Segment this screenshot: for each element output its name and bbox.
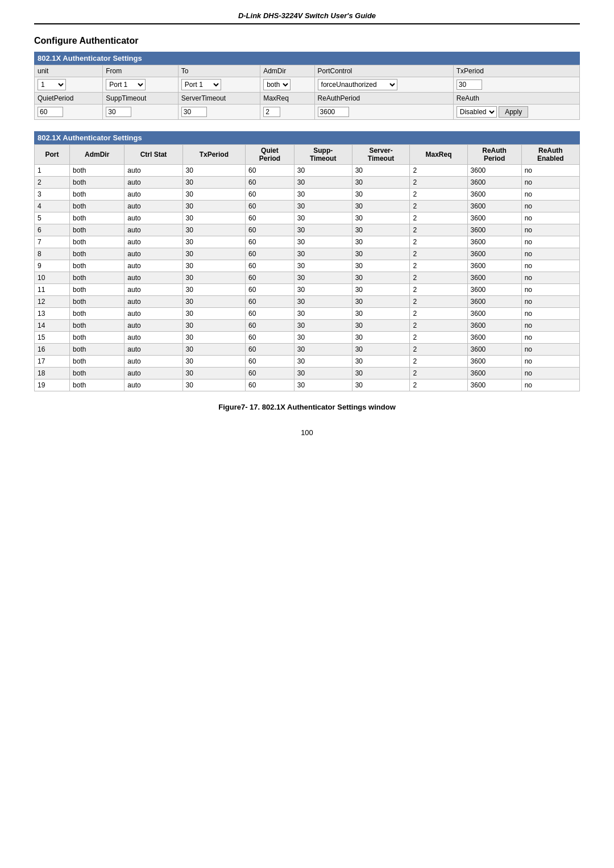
- table-cell: no: [521, 356, 579, 368]
- table-cell: 2: [410, 248, 467, 260]
- unit-select[interactable]: 1: [38, 79, 66, 90]
- servertimeout-cell[interactable]: [178, 105, 260, 120]
- to-cell[interactable]: Port 1: [178, 77, 260, 93]
- table-row: 12bothauto3060303023600no: [35, 296, 580, 308]
- table-row: 17bothauto3060303023600no: [35, 356, 580, 368]
- apply-button[interactable]: Apply: [499, 106, 528, 118]
- table-cell: 3600: [467, 177, 521, 189]
- table-cell: no: [521, 260, 579, 272]
- table-cell: no: [521, 236, 579, 248]
- label-supptimeout: SuppTimeout: [103, 93, 179, 105]
- table-cell: 30: [294, 248, 352, 260]
- table-cell: 60: [246, 368, 294, 379]
- table-cell: both: [70, 189, 125, 201]
- table-row: 6bothauto3060303023600no: [35, 224, 580, 236]
- table-cell: both: [70, 344, 125, 356]
- status-table: Port AdmDir Ctrl Stat TxPeriod QuietPeri…: [34, 144, 580, 391]
- table-cell: 19: [35, 379, 70, 391]
- table-cell: 30: [352, 379, 410, 391]
- page-number: 100: [34, 428, 580, 437]
- from-cell[interactable]: Port 1: [103, 77, 179, 93]
- table-cell: 2: [410, 332, 467, 344]
- table-cell: 3600: [467, 189, 521, 201]
- txperiod-cell[interactable]: [453, 77, 579, 93]
- table-cell: 11: [35, 284, 70, 296]
- table-cell: 3600: [467, 344, 521, 356]
- table-cell: 2: [410, 177, 467, 189]
- table-cell: 30: [182, 344, 246, 356]
- admdir-select[interactable]: both: [263, 79, 291, 90]
- table-cell: auto: [125, 224, 182, 236]
- table-cell: both: [70, 272, 125, 284]
- config-inputs-row: 1 Port 1 Port 1 both forceUnauth: [35, 77, 580, 93]
- admdir-cell[interactable]: both: [260, 77, 314, 93]
- table-cell: auto: [125, 189, 182, 201]
- table-cell: 30: [352, 308, 410, 320]
- table-cell: 3600: [467, 332, 521, 344]
- table-cell: auto: [125, 332, 182, 344]
- to-select[interactable]: Port 1: [181, 79, 221, 90]
- label-unit: unit: [35, 65, 103, 77]
- table-cell: auto: [125, 379, 182, 391]
- table-cell: 3600: [467, 165, 521, 177]
- table-cell: 30: [294, 236, 352, 248]
- from-select[interactable]: Port 1: [106, 79, 146, 90]
- table-cell: 30: [294, 320, 352, 332]
- table-cell: 30: [352, 165, 410, 177]
- label-to: To: [178, 65, 260, 77]
- supptimeout-cell[interactable]: [103, 105, 179, 120]
- table-cell: 30: [182, 320, 246, 332]
- table-cell: 60: [246, 260, 294, 272]
- table-cell: 60: [246, 332, 294, 344]
- table-row: 16bothauto3060303023600no: [35, 344, 580, 356]
- table-cell: both: [70, 368, 125, 379]
- table-cell: 15: [35, 332, 70, 344]
- table-row: 13bothauto3060303023600no: [35, 308, 580, 320]
- maxreq-cell[interactable]: [260, 105, 314, 120]
- table-cell: both: [70, 177, 125, 189]
- portcontrol-cell[interactable]: forceUnauthorized: [314, 77, 453, 93]
- table-cell: 30: [294, 224, 352, 236]
- table-cell: 14: [35, 320, 70, 332]
- table-cell: no: [521, 189, 579, 201]
- table-cell: auto: [125, 260, 182, 272]
- quietperiod-input[interactable]: [38, 107, 63, 117]
- reauth-apply-cell[interactable]: Disabled Apply: [453, 105, 579, 120]
- table-cell: 60: [246, 284, 294, 296]
- table-row: 7bothauto3060303023600no: [35, 236, 580, 248]
- section-title: Configure Authenticator: [34, 36, 580, 46]
- maxreq-input[interactable]: [263, 107, 280, 117]
- table-cell: 60: [246, 356, 294, 368]
- reauth-select[interactable]: Disabled: [457, 106, 497, 118]
- table-cell: 30: [294, 177, 352, 189]
- table-row: 11bothauto3060303023600no: [35, 284, 580, 296]
- table-cell: 12: [35, 296, 70, 308]
- table-cell: no: [521, 248, 579, 260]
- table-cell: no: [521, 296, 579, 308]
- quietperiod-cell[interactable]: [35, 105, 103, 120]
- table-cell: 30: [352, 248, 410, 260]
- supptimeout-input[interactable]: [106, 107, 131, 117]
- unit-cell[interactable]: 1: [35, 77, 103, 93]
- col-reauthperiod: ReAuthPeriod: [467, 145, 521, 165]
- table-row: 14bothauto3060303023600no: [35, 320, 580, 332]
- table-cell: 30: [294, 165, 352, 177]
- table-cell: 30: [352, 320, 410, 332]
- reauthperiod-input[interactable]: [318, 107, 349, 117]
- table-cell: 30: [294, 212, 352, 224]
- table-cell: 30: [352, 368, 410, 379]
- table-cell: 2: [410, 308, 467, 320]
- reauthperiod-cell[interactable]: [314, 105, 453, 120]
- table-cell: 30: [182, 368, 246, 379]
- txperiod-input[interactable]: [457, 80, 482, 90]
- servertimeout-input[interactable]: [181, 107, 207, 117]
- table-cell: 13: [35, 308, 70, 320]
- table-cell: auto: [125, 201, 182, 212]
- table-cell: 60: [246, 272, 294, 284]
- table-cell: 60: [246, 212, 294, 224]
- status-col-headers: Port AdmDir Ctrl Stat TxPeriod QuietPeri…: [35, 145, 580, 165]
- table-row: 15bothauto3060303023600no: [35, 332, 580, 344]
- portcontrol-select[interactable]: forceUnauthorized: [318, 79, 397, 90]
- label-txperiod: TxPeriod: [453, 65, 579, 77]
- table-cell: 30: [294, 284, 352, 296]
